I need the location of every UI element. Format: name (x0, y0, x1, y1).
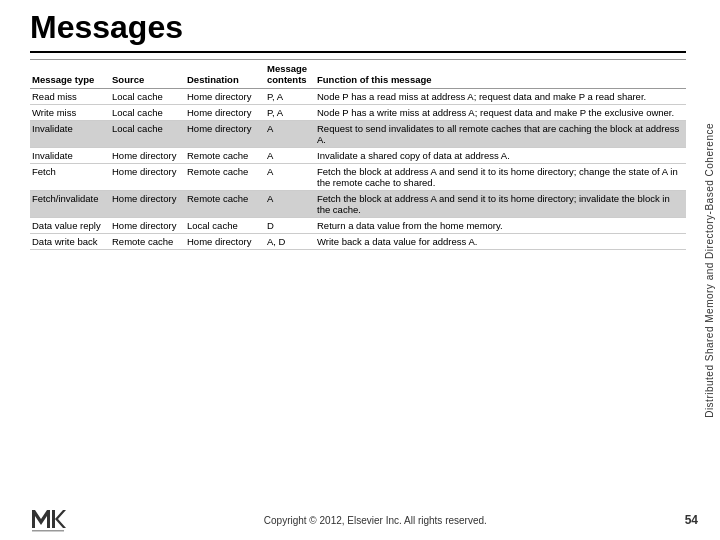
sidebar-label: Distributed Shared Memory and Directory-… (704, 123, 715, 418)
table-cell: Data write back (30, 234, 110, 250)
table-cell: Node P has a read miss at address A; req… (315, 89, 686, 105)
table-cell: Remote cache (185, 191, 265, 218)
footer: Copyright © 2012, Elsevier Inc. All righ… (30, 506, 698, 534)
table-cell: Remote cache (185, 148, 265, 164)
header-source: Source (110, 60, 185, 89)
table-row: Data write backRemote cacheHome director… (30, 234, 686, 250)
table-cell: Local cache (110, 89, 185, 105)
table-cell: Fetch (30, 164, 110, 191)
table-cell: Remote cache (185, 164, 265, 191)
table-cell: A, D (265, 234, 315, 250)
table-cell: Request to send invalidates to all remot… (315, 121, 686, 148)
logo-container (30, 506, 66, 534)
table-cell: Home directory (185, 89, 265, 105)
table-cell: Invalidate (30, 121, 110, 148)
table-cell: Data value reply (30, 218, 110, 234)
table-cell: P, A (265, 89, 315, 105)
table-cell: Fetch the block at address A and send it… (315, 191, 686, 218)
table-cell: Node P has a write miss at address A; re… (315, 105, 686, 121)
table-cell: Home directory (110, 148, 185, 164)
table-cell: Local cache (110, 121, 185, 148)
table-row: InvalidateLocal cacheHome directoryARequ… (30, 121, 686, 148)
table-cell: Write miss (30, 105, 110, 121)
table-row: Data value replyHome directoryLocal cach… (30, 218, 686, 234)
table-cell: Home directory (185, 105, 265, 121)
table-cell: Local cache (185, 218, 265, 234)
header-contents: Message contents (265, 60, 315, 89)
header-destination: Destination (185, 60, 265, 89)
table-row: InvalidateHome directoryRemote cacheAInv… (30, 148, 686, 164)
svg-marker-1 (32, 510, 50, 528)
table-cell: P, A (265, 105, 315, 121)
table-cell: Invalidate a shared copy of data at addr… (315, 148, 686, 164)
table-cell: Home directory (110, 164, 185, 191)
table-cell: Fetch/invalidate (30, 191, 110, 218)
table-cell: Return a data value from the home memory… (315, 218, 686, 234)
footer-copyright: Copyright © 2012, Elsevier Inc. All righ… (66, 515, 685, 526)
table-row: Fetch/invalidateHome directoryRemote cac… (30, 191, 686, 218)
table-cell: A (265, 191, 315, 218)
table-cell: Home directory (110, 191, 185, 218)
svg-rect-2 (52, 510, 55, 528)
table-cell: Fetch the block at address A and send it… (315, 164, 686, 191)
messages-table: Message type Source Destination Message … (30, 59, 686, 250)
table-cell: D (265, 218, 315, 234)
page-title: Messages (30, 10, 686, 45)
table-row: Write missLocal cacheHome directoryP, AN… (30, 105, 686, 121)
table-cell: Home directory (110, 218, 185, 234)
footer-page-number: 54 (685, 513, 698, 527)
table-cell: A (265, 121, 315, 148)
table-cell: Write back a data value for address A. (315, 234, 686, 250)
table-row: FetchHome directoryRemote cacheAFetch th… (30, 164, 686, 191)
sidebar-text-container: Distributed Shared Memory and Directory-… (698, 0, 720, 540)
main-content: Messages Message type Source Destination… (0, 0, 698, 540)
table-cell: Invalidate (30, 148, 110, 164)
table-cell: A (265, 148, 315, 164)
mk-logo (30, 506, 66, 534)
table-cell: Remote cache (110, 234, 185, 250)
title-underline (30, 51, 686, 53)
table-row: Read missLocal cacheHome directoryP, ANo… (30, 89, 686, 105)
table-cell: Home directory (185, 121, 265, 148)
table-cell: Local cache (110, 105, 185, 121)
header-function: Function of this message (315, 60, 686, 89)
svg-marker-3 (55, 510, 66, 528)
table-cell: Read miss (30, 89, 110, 105)
header-type: Message type (30, 60, 110, 89)
svg-rect-4 (32, 530, 64, 532)
table-cell: A (265, 164, 315, 191)
table-cell: Home directory (185, 234, 265, 250)
